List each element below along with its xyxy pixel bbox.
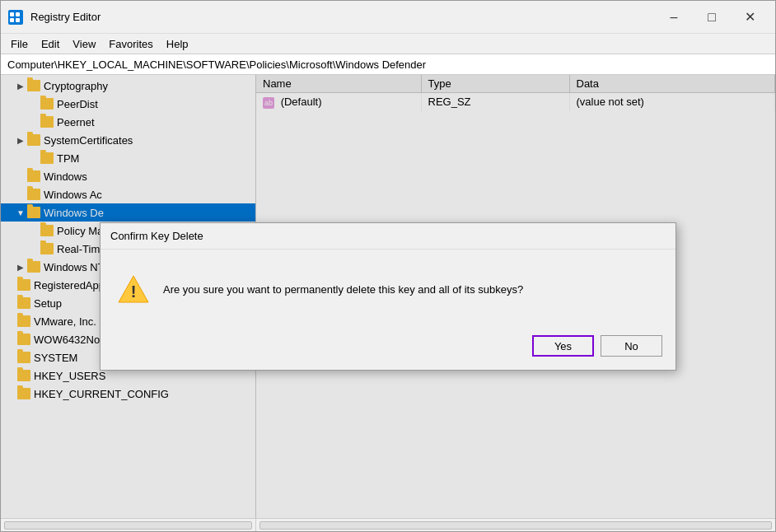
address-path: Computer\HKEY_LOCAL_MACHINE\SOFTWARE\Pol… — [7, 58, 426, 71]
title-bar: Registry Editor – □ ✕ — [1, 1, 775, 34]
dialog-no-button[interactable]: No — [601, 335, 662, 357]
menu-bar: File Edit View Favorites Help — [1, 34, 775, 54]
svg-rect-3 — [10, 18, 14, 22]
menu-favorites[interactable]: Favorites — [102, 36, 159, 52]
svg-rect-0 — [8, 10, 23, 25]
dialog-body: ! Are you sure you want to permanently d… — [101, 250, 675, 329]
window-controls: – □ ✕ — [655, 1, 769, 34]
main-content: ▶ Cryptography ▶ PeerDist ▶ Peernet — [1, 75, 775, 518]
menu-help[interactable]: Help — [160, 36, 195, 52]
dialog-title-bar: Confirm Key Delete — [101, 223, 675, 250]
menu-view[interactable]: View — [66, 36, 102, 52]
window-title: Registry Editor — [30, 11, 655, 23]
close-button[interactable]: ✕ — [731, 1, 769, 34]
tree-scrollbar[interactable] — [4, 521, 252, 530]
dialog-title: Confirm Key Delete — [110, 230, 203, 242]
dialog-footer: Yes No — [101, 329, 675, 370]
warning-icon: ! — [117, 273, 150, 306]
menu-file[interactable]: File — [4, 36, 35, 52]
content-scrollbar[interactable] — [259, 521, 772, 530]
svg-text:!: ! — [131, 282, 137, 301]
minimize-button[interactable]: – — [655, 1, 693, 34]
address-bar[interactable]: Computer\HKEY_LOCAL_MACHINE\SOFTWARE\Pol… — [1, 54, 775, 75]
svg-rect-4 — [16, 18, 20, 22]
modal-overlay: Confirm Key Delete ! Are you sure you wa… — [1, 75, 775, 518]
registry-editor-window: Registry Editor – □ ✕ File Edit View Fav… — [0, 0, 776, 532]
bottom-scrollbar — [1, 518, 775, 531]
app-icon — [7, 9, 24, 26]
svg-rect-1 — [10, 12, 14, 16]
menu-edit[interactable]: Edit — [35, 36, 66, 52]
dialog-message: Are you sure you want to permanently del… — [163, 283, 659, 296]
confirm-delete-dialog: Confirm Key Delete ! Are you sure you wa… — [100, 222, 676, 371]
maximize-button[interactable]: □ — [693, 1, 731, 34]
dialog-yes-button[interactable]: Yes — [532, 335, 594, 357]
svg-rect-2 — [16, 12, 20, 16]
